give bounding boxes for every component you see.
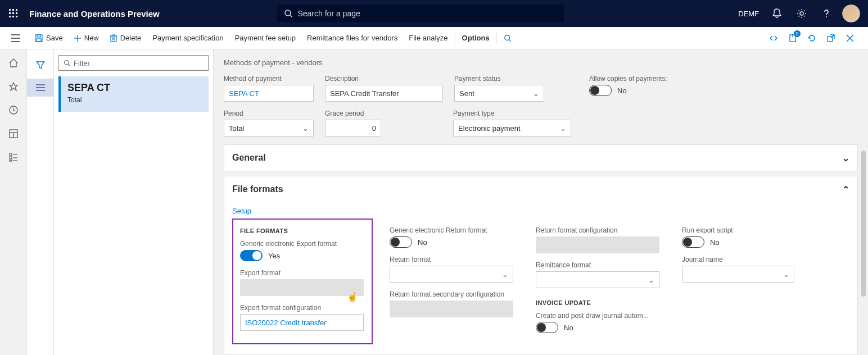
search-icon xyxy=(504,34,512,42)
remittance-format-select[interactable]: ⌄ xyxy=(536,271,659,288)
invoice-update-title: INVOICE UPDATE xyxy=(536,299,665,306)
help-icon[interactable] xyxy=(815,0,838,27)
run-export-value: No xyxy=(710,238,720,247)
svg-rect-1 xyxy=(12,9,14,11)
list-view-icon[interactable] xyxy=(27,79,54,97)
list-item[interactable]: SEPA CT Total xyxy=(58,76,209,112)
payment-spec-button[interactable]: Payment specification xyxy=(147,27,229,49)
file-analyze-button[interactable]: File analyze xyxy=(403,27,453,49)
popout-icon[interactable] xyxy=(822,29,840,47)
export-config-input[interactable]: ISO20022 Credit transfer xyxy=(240,314,364,331)
attachments-icon[interactable]: 0 xyxy=(784,29,802,47)
method-value: SEPA CT xyxy=(229,89,259,98)
return-format-label: Return format xyxy=(390,256,519,263)
refresh-icon[interactable] xyxy=(803,29,821,47)
period-select[interactable]: Total ⌄ xyxy=(224,120,314,136)
svg-rect-38 xyxy=(10,153,12,156)
run-export-toggle[interactable] xyxy=(682,236,704,248)
fileformats-header[interactable]: File formats ⌃ xyxy=(224,176,857,202)
svg-rect-5 xyxy=(16,12,17,14)
modules-icon[interactable] xyxy=(7,151,20,164)
description-label: Description xyxy=(325,75,443,83)
period-label: Period xyxy=(224,110,314,117)
generic-return-label: Generic electronic Return format xyxy=(390,226,519,234)
nav-rail xyxy=(0,49,27,355)
divider xyxy=(496,33,497,44)
svg-rect-18 xyxy=(37,39,41,42)
close-icon[interactable] xyxy=(841,29,859,47)
period-value: Total xyxy=(229,124,244,133)
search-input[interactable]: Search for a page xyxy=(277,4,564,22)
scrollbar[interactable] xyxy=(861,151,866,297)
svg-rect-7 xyxy=(12,16,14,17)
search-placeholder: Search for a page xyxy=(297,9,360,18)
options-button[interactable]: Options xyxy=(456,27,495,49)
app-launcher-icon[interactable] xyxy=(0,0,27,27)
generic-export-toggle[interactable] xyxy=(240,250,263,261)
app-title: Finance and Operations Preview xyxy=(29,9,160,19)
remittance-button[interactable]: Remittance files for vendors xyxy=(301,27,403,49)
payment-status-select[interactable]: Sent ⌄ xyxy=(454,85,544,102)
header-right: DEMF xyxy=(738,0,868,27)
return-format-select[interactable]: ⌄ xyxy=(390,266,513,283)
allow-copies-toggle[interactable] xyxy=(589,85,612,96)
payment-spec-label: Payment specification xyxy=(152,34,223,42)
export-config-label: Export format configuration xyxy=(240,304,365,312)
general-fasttab-header[interactable]: General ⌄ xyxy=(224,145,857,171)
svg-line-10 xyxy=(290,15,292,17)
payment-type-select[interactable]: Electronic payment ⌄ xyxy=(453,120,571,136)
general-fasttab: General ⌄ xyxy=(224,144,858,171)
svg-rect-2 xyxy=(16,9,17,11)
filter-input[interactable]: Filter xyxy=(58,55,209,71)
description-input[interactable]: SEPA Credit Transfer xyxy=(325,85,443,102)
generic-return-toggle[interactable] xyxy=(390,236,412,248)
general-title: General xyxy=(232,153,266,163)
svg-rect-6 xyxy=(9,16,11,17)
svg-rect-4 xyxy=(12,12,14,14)
search-icon xyxy=(64,60,70,66)
new-button[interactable]: New xyxy=(69,27,105,49)
action-search-button[interactable] xyxy=(498,27,517,49)
create-draw-toggle[interactable] xyxy=(536,322,558,333)
journal-name-select[interactable]: ⌄ xyxy=(682,266,794,283)
file-analyze-label: File analyze xyxy=(409,34,447,42)
svg-point-47 xyxy=(65,61,69,65)
delete-button[interactable]: Delete xyxy=(105,27,147,49)
top-header: Finance and Operations Preview Search fo… xyxy=(0,0,868,27)
bell-icon[interactable] xyxy=(766,0,788,27)
hamburger-icon[interactable] xyxy=(4,27,27,49)
home-icon[interactable] xyxy=(7,56,20,70)
favorite-icon[interactable] xyxy=(7,80,20,93)
save-icon xyxy=(35,34,43,42)
return-config-input xyxy=(536,236,659,253)
gear-icon[interactable] xyxy=(790,0,813,27)
payment-fee-button[interactable]: Payment fee setup xyxy=(229,27,301,49)
method-input[interactable]: SEPA CT xyxy=(224,85,314,102)
user-avatar[interactable] xyxy=(840,0,862,27)
chevron-down-icon: ⌄ xyxy=(502,270,508,279)
plus-icon xyxy=(74,35,81,42)
highlighted-section: FILE FORMATS Generic electronic Export f… xyxy=(232,219,373,344)
chevron-down-icon: ⌄ xyxy=(648,276,654,284)
svg-rect-40 xyxy=(10,160,12,161)
workspaces-icon[interactable] xyxy=(7,127,20,140)
create-draw-label: Create and post draw journal autom... xyxy=(536,312,665,320)
filter-column xyxy=(27,49,54,355)
related-icon[interactable] xyxy=(765,29,783,47)
grace-label: Grace period xyxy=(325,110,381,117)
recent-icon[interactable] xyxy=(7,103,20,117)
setup-link[interactable]: Setup xyxy=(232,207,849,215)
chevron-down-icon: ⌄ xyxy=(560,124,566,133)
grace-input[interactable]: 0 xyxy=(325,120,381,136)
save-button[interactable]: Save xyxy=(29,27,69,49)
method-label: Method of payment xyxy=(224,75,314,83)
funnel-icon[interactable] xyxy=(31,56,49,74)
action-right-icons: 0 xyxy=(765,29,864,47)
grace-value: 0 xyxy=(372,124,376,133)
list-panel: Filter SEPA CT Total xyxy=(54,49,214,355)
breadcrumb: Methods of payment - vendors xyxy=(224,58,858,67)
company-picker[interactable]: DEMF xyxy=(738,10,759,18)
svg-rect-39 xyxy=(10,157,12,159)
payment-status-value: Sent xyxy=(459,89,474,98)
payment-type-label: Payment type xyxy=(453,110,571,117)
